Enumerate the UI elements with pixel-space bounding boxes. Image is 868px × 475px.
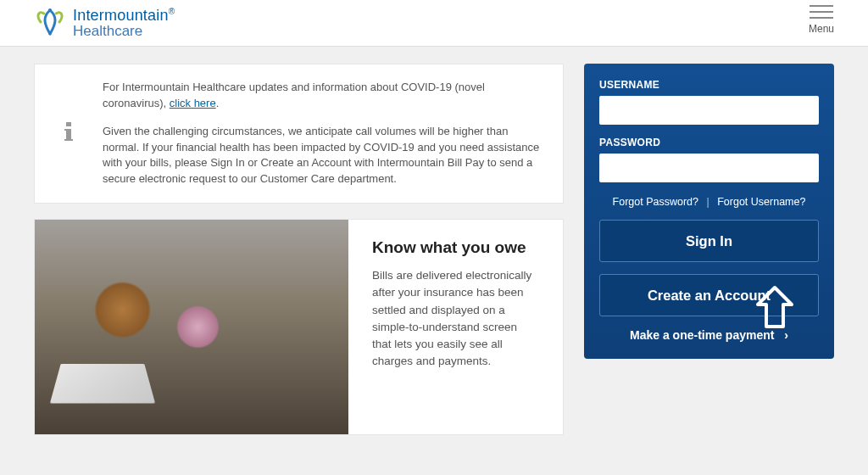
login-help-links: Forgot Password? | Forgot Username?: [599, 196, 819, 208]
know-card-image: [35, 220, 348, 434]
create-account-label: Create an Account: [648, 288, 771, 304]
menu-button[interactable]: Menu: [809, 11, 834, 35]
registered-mark: ®: [169, 7, 175, 16]
main-content: For Intermountain Healthcare updates and…: [0, 47, 868, 435]
username-label: USERNAME: [599, 79, 819, 91]
one-time-payment-link[interactable]: Make a one-time payment ›: [599, 328, 819, 342]
info-icon: [61, 120, 76, 148]
forgot-password-link[interactable]: Forgot Password?: [613, 196, 698, 208]
know-body: Bills are delivered electronically after…: [372, 267, 539, 371]
notice-icon-wrap: [35, 80, 103, 187]
left-column: For Intermountain Healthcare updates and…: [34, 64, 564, 435]
logo-mark-icon: [34, 8, 66, 37]
chevron-right-icon: ›: [784, 328, 788, 342]
forgot-username-link[interactable]: Forgot Username?: [717, 196, 805, 208]
login-panel: USERNAME PASSWORD Forgot Password? | For…: [584, 64, 834, 359]
link-separator: |: [706, 196, 709, 208]
password-input[interactable]: [599, 154, 819, 182]
know-card: Know what you owe Bills are delivered el…: [34, 219, 564, 435]
sign-in-label: Sign In: [686, 233, 732, 249]
hamburger-icon: [810, 11, 833, 13]
create-account-button[interactable]: Create an Account: [599, 274, 819, 316]
know-card-text: Know what you owe Bills are delivered el…: [348, 220, 563, 434]
sign-in-button[interactable]: Sign In: [599, 220, 819, 262]
password-label: PASSWORD: [599, 137, 819, 148]
brand-text: Intermountain® Healthcare: [73, 8, 175, 38]
covid-info-link[interactable]: click here: [170, 97, 216, 109]
notice-p1-suffix: .: [216, 97, 220, 109]
username-input[interactable]: [599, 96, 819, 125]
svg-rect-1: [66, 122, 71, 126]
covid-notice: For Intermountain Healthcare updates and…: [34, 64, 564, 204]
brand-secondary-text: Healthcare: [73, 24, 175, 38]
notice-body: For Intermountain Healthcare updates and…: [103, 80, 544, 187]
svg-point-0: [48, 8, 52, 12]
one-time-payment-label: Make a one-time payment: [630, 328, 774, 342]
brand-logo[interactable]: Intermountain® Healthcare: [34, 8, 175, 38]
brand-primary-text: Intermountain: [73, 7, 169, 24]
notice-p2: Given the challenging circumstances, we …: [103, 124, 544, 187]
site-header: Intermountain® Healthcare Menu: [0, 0, 868, 47]
notice-p1-prefix: For Intermountain Healthcare updates and…: [103, 81, 485, 109]
know-heading: Know what you owe: [372, 238, 539, 257]
menu-label: Menu: [809, 23, 834, 35]
